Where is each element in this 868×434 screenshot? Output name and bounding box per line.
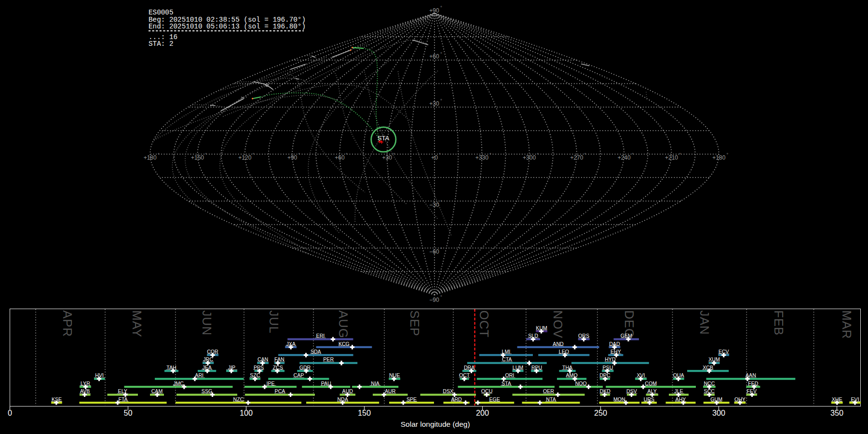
svg-text:OER: OER xyxy=(543,388,554,394)
svg-text:APR: APR xyxy=(61,311,74,337)
svg-text:°: ° xyxy=(298,152,300,157)
svg-text:MON: MON xyxy=(613,396,625,402)
svg-text:100: 100 xyxy=(240,408,253,417)
svg-text:TAH: TAH xyxy=(166,365,176,370)
svg-text:GDR: GDR xyxy=(299,365,311,370)
svg-text:PAU: PAU xyxy=(321,380,331,386)
svg-text:+240: +240 xyxy=(618,154,631,161)
svg-text:FTA: FTA xyxy=(118,396,128,402)
svg-text:JMC: JMC xyxy=(173,380,184,386)
svg-text:FED: FED xyxy=(748,380,759,386)
svg-text:+60: +60 xyxy=(335,154,345,161)
svg-text:MAY: MAY xyxy=(130,311,144,338)
svg-text:STA: 2: STA: 2 xyxy=(149,40,173,48)
svg-text:JUN: JUN xyxy=(200,311,214,336)
svg-text:ARD: ARD xyxy=(451,396,462,402)
svg-text:°: ° xyxy=(584,152,586,157)
svg-text:°: ° xyxy=(440,246,442,252)
svg-text:STA: STA xyxy=(502,380,512,386)
svg-text:0: 0 xyxy=(8,408,12,417)
svg-text:°: ° xyxy=(205,152,207,157)
svg-text:+210: +210 xyxy=(665,154,678,161)
svg-text:XCB: XCB xyxy=(703,365,713,370)
svg-text:ARI: ARI xyxy=(195,372,203,378)
svg-text:+30: +30 xyxy=(382,154,393,161)
svg-text:°: ° xyxy=(440,5,442,10)
svg-text:+270: +270 xyxy=(570,154,583,161)
svg-text:PCA: PCA xyxy=(275,388,286,394)
svg-text:NIA: NIA xyxy=(371,380,380,386)
svg-text:AUR: AUR xyxy=(385,388,396,394)
svg-text:°: ° xyxy=(158,152,160,157)
svg-text:CTA: CTA xyxy=(502,356,512,362)
svg-text:°: ° xyxy=(440,51,442,56)
svg-text:°: ° xyxy=(393,152,395,157)
svg-text:+150: +150 xyxy=(191,154,204,161)
svg-text:+180: +180 xyxy=(144,154,157,161)
svg-text:°: ° xyxy=(727,152,729,157)
svg-text:−30: −30 xyxy=(429,202,439,208)
svg-text:300: 300 xyxy=(712,408,725,417)
svg-text:CAP: CAP xyxy=(294,372,304,378)
svg-text:NZC: NZC xyxy=(233,396,244,402)
svg-text:ERI: ERI xyxy=(316,333,325,339)
svg-text:NOV: NOV xyxy=(551,311,565,339)
svg-text:DSX: DSX xyxy=(443,388,453,394)
svg-text:+60: +60 xyxy=(429,53,439,60)
svg-text:JUL: JUL xyxy=(267,311,281,334)
svg-text:+90: +90 xyxy=(429,7,439,14)
svg-text:PER: PER xyxy=(323,356,334,362)
svg-text:°: ° xyxy=(632,152,634,157)
svg-text:+330: +330 xyxy=(475,154,488,161)
svg-text:−60: −60 xyxy=(429,248,439,255)
svg-text:SEP: SEP xyxy=(408,311,421,337)
svg-text:150: 150 xyxy=(358,408,371,417)
svg-text:STA: STA xyxy=(378,135,390,142)
svg-text:+120: +120 xyxy=(238,154,251,161)
svg-text:°: ° xyxy=(346,152,348,157)
svg-text:SSG: SSG xyxy=(202,388,212,394)
svg-text:+0: +0 xyxy=(431,154,438,161)
svg-text:AHY: AHY xyxy=(676,396,686,402)
svg-text:350: 350 xyxy=(830,408,843,417)
svg-text:KCG: KCG xyxy=(339,341,350,347)
svg-text:250: 250 xyxy=(594,408,607,417)
svg-text:JAN: JAN xyxy=(698,311,711,335)
svg-text:COM: COM xyxy=(645,380,657,386)
svg-text:°: ° xyxy=(439,152,441,157)
svg-text:°: ° xyxy=(440,98,442,103)
svg-text:NTA: NTA xyxy=(546,396,556,402)
svg-text:°: ° xyxy=(440,199,442,204)
svg-text:°: ° xyxy=(489,152,491,157)
svg-text:ORI: ORI xyxy=(505,372,514,378)
svg-text:°: ° xyxy=(253,152,255,157)
svg-text:+90: +90 xyxy=(287,154,298,161)
svg-text:−90: −90 xyxy=(429,297,439,303)
svg-text:SPE: SPE xyxy=(407,396,417,402)
svg-text:NOO: NOO xyxy=(575,380,587,386)
svg-text:SDA: SDA xyxy=(311,349,322,354)
svg-text:AUG: AUG xyxy=(337,311,350,339)
svg-text:DRA: DRA xyxy=(464,365,475,370)
svg-text:End: 20251010 05:06:13 (sol =: End: 20251010 05:06:13 (sol = 196.80°) xyxy=(149,23,306,30)
svg-text:200: 200 xyxy=(476,408,489,417)
svg-text:EGE: EGE xyxy=(489,396,500,402)
svg-text:Solar longitude (deg): Solar longitude (deg) xyxy=(401,420,470,428)
svg-text:°: ° xyxy=(440,294,442,299)
svg-text:MAR: MAR xyxy=(840,311,854,339)
svg-text:FEB: FEB xyxy=(772,311,786,336)
svg-text:OCT: OCT xyxy=(477,311,491,338)
svg-text:°: ° xyxy=(679,152,681,157)
svg-text:+180: +180 xyxy=(712,154,725,161)
svg-text:FAN: FAN xyxy=(274,356,285,362)
svg-text:50: 50 xyxy=(123,408,132,417)
svg-text:LEO: LEO xyxy=(559,349,569,354)
svg-text:IPE: IPE xyxy=(266,380,274,386)
svg-text:AND: AND xyxy=(553,341,564,347)
svg-text:+30: +30 xyxy=(429,100,439,107)
svg-text:GEM: GEM xyxy=(621,333,632,339)
svg-text:THA: THA xyxy=(562,365,573,370)
svg-text:AMO: AMO xyxy=(566,372,578,378)
svg-text:+300: +300 xyxy=(523,154,536,161)
svg-text:°: ° xyxy=(537,152,539,157)
